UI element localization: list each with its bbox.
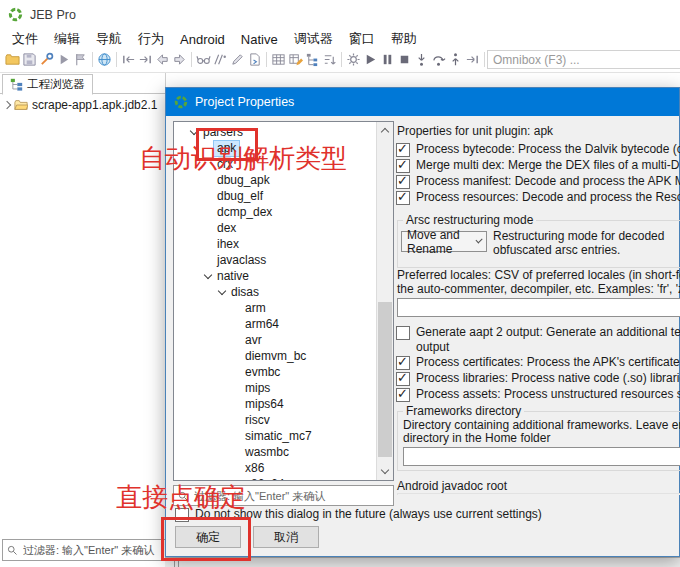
edit-table-icon[interactable] [287, 51, 304, 68]
jeb-pro-window: JEB Pro 文件编辑导航行为AndroidNative调试器窗口帮助 工程浏… [0, 0, 680, 567]
jump-forward-icon[interactable] [137, 51, 154, 68]
checkbox[interactable] [396, 175, 410, 189]
settings-wrench-icon[interactable] [38, 51, 55, 68]
debug-settings-icon[interactable] [345, 51, 362, 68]
project-item[interactable]: scrape-app1.apk.jdb2.1 [4, 96, 164, 113]
menu-item[interactable]: Android [172, 31, 233, 48]
step-over-icon[interactable] [430, 51, 447, 68]
tree-item-label: wasmbc [242, 445, 292, 460]
checkbox[interactable] [396, 159, 410, 173]
window-titlebar[interactable]: JEB Pro [0, 0, 680, 30]
option-label: Process resources: Decode and process th… [416, 190, 680, 205]
tree-item[interactable]: riscv [174, 412, 376, 428]
notify-flag-icon[interactable] [72, 51, 89, 68]
tab-project-browser[interactable]: 工程浏览器 [2, 74, 93, 95]
option-checkbox-row[interactable]: Merge multi dex: Merge the DEX files of … [395, 158, 680, 174]
checkbox[interactable] [396, 143, 410, 157]
tree-item[interactable]: native [174, 268, 376, 284]
save-icon[interactable] [21, 51, 38, 68]
option-checkbox-row[interactable]: Process manifest: Decode and process the… [395, 174, 680, 190]
tree-item[interactable]: dbug_apk [174, 172, 376, 188]
tree-view-icon[interactable] [304, 51, 321, 68]
tree-item[interactable]: evmbc [174, 364, 376, 380]
tree-item[interactable]: arm [174, 300, 376, 316]
table-view-icon[interactable] [270, 51, 287, 68]
chevron-down-icon[interactable] [203, 270, 211, 278]
tree-item[interactable]: mips64 [174, 396, 376, 412]
checkbox[interactable] [396, 372, 410, 386]
tree-item-label: dbug_apk [214, 173, 273, 188]
tree-item[interactable]: wasmbc [174, 444, 376, 460]
goto-document-icon[interactable] [246, 51, 263, 68]
chevron-right-icon[interactable] [4, 100, 11, 108]
scrollbar-thumb[interactable] [378, 302, 392, 457]
option-checkbox-row[interactable]: Process certificates: Process the APK's … [395, 355, 680, 371]
menu-item[interactable]: 导航 [88, 29, 130, 49]
option-checkbox-row[interactable]: Generate aapt 2 output: Generate an addi… [395, 325, 680, 355]
tree-item[interactable]: mips [174, 380, 376, 396]
tree-scrollbar[interactable] [376, 122, 393, 480]
tree-item-label: dcmp_dex [214, 205, 275, 220]
step-out-icon[interactable] [447, 51, 464, 68]
navigate-back-icon[interactable] [154, 51, 171, 68]
option-checkbox-row[interactable]: Process resources: Decode and process th… [395, 190, 680, 206]
tree-item[interactable]: x86_64 [174, 476, 376, 481]
checkbox[interactable] [396, 388, 410, 402]
debug-run-icon[interactable] [362, 51, 379, 68]
examine-icon[interactable] [195, 51, 212, 68]
scroll-left-icon[interactable] [398, 494, 412, 495]
open-online-icon[interactable] [96, 51, 113, 68]
option-checkbox-row[interactable]: Process libraries: Process native code (… [395, 371, 680, 387]
menu-item[interactable]: 帮助 [383, 29, 425, 49]
cancel-button[interactable]: 取消 [253, 526, 319, 548]
menu-item[interactable]: 调试器 [286, 29, 341, 49]
scroll-down-icon[interactable] [377, 463, 393, 480]
tree-item[interactable]: diemvm_bc [174, 348, 376, 364]
menu-item[interactable]: 编辑 [46, 29, 88, 49]
scroll-up-icon[interactable] [377, 122, 393, 139]
debug-pause-icon[interactable] [379, 51, 396, 68]
project-tree-icon [10, 78, 23, 91]
menu-item[interactable]: Native [233, 31, 286, 48]
locales-input[interactable] [397, 298, 680, 317]
checkbox[interactable] [396, 356, 410, 370]
comment-icon[interactable] [212, 51, 229, 68]
chevron-down-icon[interactable] [217, 286, 225, 294]
tree-item[interactable]: dcmp_dex [174, 204, 376, 220]
horizontal-scrollbar[interactable] [397, 493, 680, 495]
menu-item[interactable]: 行为 [130, 29, 172, 49]
option-checkbox-row[interactable]: Process assets: Process unstructured res… [395, 387, 680, 403]
toolbar-separator [341, 52, 342, 67]
tree-item[interactable]: dbug_elf [174, 188, 376, 204]
sidebar-filter-input[interactable] [21, 543, 165, 557]
checkbox[interactable] [396, 326, 410, 340]
omnibox-input[interactable] [487, 50, 680, 69]
navigate-forward-icon[interactable] [171, 51, 188, 68]
frameworks-input[interactable] [403, 447, 680, 466]
tree-item[interactable]: javaclass [174, 252, 376, 268]
debug-stop-icon[interactable] [396, 51, 413, 68]
run-to-line-icon[interactable] [464, 51, 481, 68]
jump-back-icon[interactable] [120, 51, 137, 68]
sort-view-icon[interactable] [321, 51, 338, 68]
tree-item[interactable]: x86 [174, 460, 376, 476]
tree-item[interactable]: arm64 [174, 316, 376, 332]
dialog-titlebar[interactable]: Project Properties [166, 88, 679, 116]
checkbox[interactable] [396, 191, 410, 205]
option-checkbox-row[interactable]: Process bytecode: Process the Dalvik byt… [395, 142, 680, 158]
run-script-icon[interactable] [55, 51, 72, 68]
app-title: JEB Pro [30, 8, 76, 22]
step-into-icon[interactable] [413, 51, 430, 68]
tree-item[interactable]: disas [174, 284, 376, 300]
open-file-icon[interactable] [4, 51, 21, 68]
arsc-caption-line1: Restructuring mode for decoded [493, 229, 664, 244]
tree-item[interactable]: avr [174, 332, 376, 348]
rename-icon[interactable] [229, 51, 246, 68]
dialog-title: Project Properties [195, 95, 294, 109]
tree-item[interactable]: ihex [174, 236, 376, 252]
menu-item[interactable]: 文件 [4, 29, 46, 49]
tree-item[interactable]: simatic_mc7 [174, 428, 376, 444]
menu-item[interactable]: 窗口 [341, 29, 383, 49]
arsc-mode-dropdown[interactable]: Move and Rename [401, 231, 487, 252]
tree-item[interactable]: dex [174, 220, 376, 236]
